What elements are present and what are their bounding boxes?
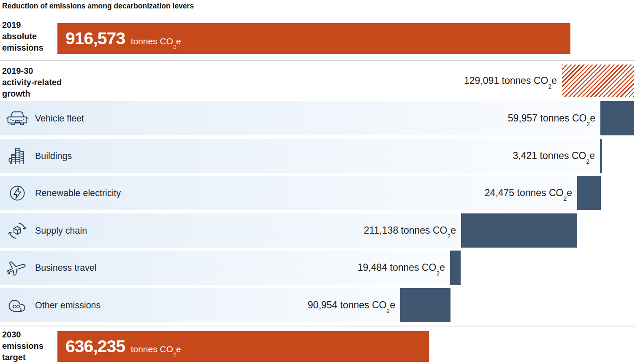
lever-label: Buildings: [35, 151, 72, 161]
growth-row-label: 2019-30 activity-related growth: [2, 65, 82, 100]
lever-label: Other emissions: [35, 300, 100, 310]
renewable-electricity-value: 24,475 tonnes CO2e: [485, 176, 572, 210]
lever-label: Renewable electricity: [35, 188, 121, 198]
business-travel-value: 19,484 tonnes CO2e: [358, 251, 445, 285]
buildings-value: 3,421 tonnes CO2e: [513, 139, 595, 173]
lever-row-renewable-electricity: Renewable electricity 24,475 tonnes CO2e: [0, 176, 601, 210]
growth-label-line: growth: [2, 88, 82, 100]
airplane-icon: [5, 259, 30, 277]
supply-chain-icon: [5, 221, 30, 240]
svg-text:CO: CO: [13, 304, 20, 309]
lever-label: Business travel: [35, 262, 97, 273]
chart-title: Reduction of emissions among decarboniza…: [2, 2, 194, 11]
vehicle-fleet-value: 59,957 tonnes CO2e: [508, 101, 595, 135]
supply-chain-value: 211,138 tonnes CO2e: [364, 213, 456, 248]
buildings-bar: [600, 139, 602, 173]
lever-label: Supply chain: [35, 225, 87, 236]
separator-bottom: [0, 326, 635, 326]
buildings-icon: [5, 147, 30, 165]
car-icon: [5, 110, 30, 127]
lever-row-supply-chain: Supply chain 211,138 tonnes CO2e: [0, 213, 577, 248]
waterfall-chart: Reduction of emissions among decarboniza…: [0, 0, 635, 364]
start-bar: 916,573 tonnes CO2e: [57, 23, 570, 54]
lever-row-buildings: Buildings 3,421 tonnes CO2e: [0, 139, 602, 173]
lever-row-business-travel: Business travel 19,484 tonnes CO2e: [0, 251, 461, 285]
growth-hatched-bar: [562, 65, 634, 97]
vehicle-fleet-bar: [600, 101, 634, 135]
growth-label-line: 2019-30: [2, 65, 82, 77]
target-bar-unit: tonnes CO2e: [131, 344, 181, 354]
target-bar-value: 636,235: [65, 337, 125, 356]
other-emissions-bar: [400, 288, 450, 322]
renewable-electricity-bar: [577, 176, 601, 210]
start-bar-unit: tonnes CO2e: [131, 36, 181, 46]
supply-chain-bar: [461, 213, 577, 248]
target-bar: 636,235 tonnes CO2e: [57, 331, 429, 362]
business-travel-bar: [450, 251, 461, 285]
svg-text:2: 2: [20, 307, 22, 311]
separator-top: [0, 60, 635, 61]
growth-value: 129,091 tonnes CO2e: [464, 65, 557, 97]
growth-label-line: activity-related: [2, 77, 82, 88]
lightning-icon: [5, 183, 30, 203]
other-emissions-value: 90,954 tonnes CO2e: [308, 288, 395, 322]
lever-row-vehicle-fleet: Vehicle fleet 59,957 tonnes CO2e: [0, 101, 634, 135]
co2-cloud-icon: CO 2: [5, 296, 30, 315]
lever-label: Vehicle fleet: [35, 113, 84, 124]
start-bar-value: 916,573: [65, 29, 125, 48]
lever-row-other-emissions: CO 2 Other emissions 90,954 tonnes CO2e: [0, 288, 450, 322]
